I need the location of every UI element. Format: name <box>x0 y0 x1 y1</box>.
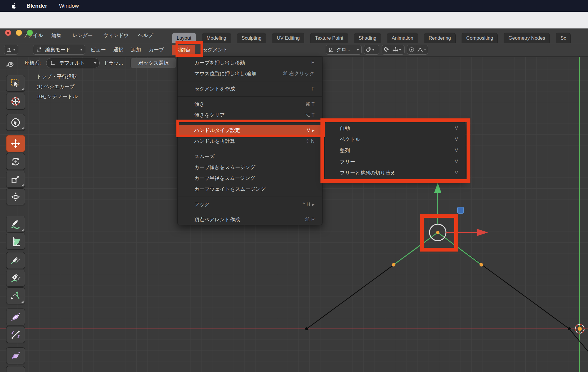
menu-separator <box>178 210 322 214</box>
mode-selector[interactable]: 編集モード <box>33 45 85 55</box>
orientation-default-dropdown[interactable]: デフォルト <box>46 58 100 68</box>
transform-icon <box>10 192 21 202</box>
tab-uv-editing[interactable]: UV Editing <box>272 33 304 43</box>
window-titlebar: Blender <box>0 12 588 29</box>
menu-item-smooth-weight[interactable]: カーブウェイトをスムージング <box>178 184 322 195</box>
submenu-item-automatic[interactable]: 自動 V <box>325 123 465 134</box>
menu-item-hooks[interactable]: フック ^ H ▶ <box>178 199 322 210</box>
edit-mode-icon <box>36 47 42 53</box>
snap-increment-icon <box>392 46 398 53</box>
menu-edit[interactable]: 編集 <box>51 28 61 43</box>
menu-item-tilt[interactable]: 傾き ⌘ T <box>178 99 322 110</box>
menu-item-set-handle-type[interactable]: ハンドルタイプ設定 V ▶ <box>179 125 321 136</box>
menu-help[interactable]: ヘルプ <box>138 28 153 43</box>
measure-icon <box>10 236 21 247</box>
menu-item-clear-tilt[interactable]: 傾きをクリア ⌥ T <box>178 110 322 120</box>
transform-orientation-dropdown[interactable]: グロ... <box>326 45 362 55</box>
gizmo-arrow-y-head <box>434 183 442 193</box>
submenu-item-vector[interactable]: ベクトル V <box>325 134 465 145</box>
tab-rendering[interactable]: Rendering <box>424 33 456 43</box>
menu-item-recalculate-handles[interactable]: ハンドルを再計算 ⇧ N <box>178 136 322 147</box>
annotate-tool[interactable] <box>6 216 25 232</box>
scale-tool[interactable] <box>6 171 25 187</box>
submenu-item-free[interactable]: フリー V <box>325 156 465 167</box>
chevron-down-icon <box>94 62 96 64</box>
menu-item-smooth-tilt[interactable]: カーブ傾きをスムージング <box>178 162 322 173</box>
transform-tool[interactable] <box>6 188 25 205</box>
editor-type-button[interactable] <box>4 45 18 55</box>
menu-control-points-open[interactable]: 制御点 <box>172 45 195 55</box>
macos-menu-window[interactable]: Window <box>59 3 79 9</box>
menu-item-make-vertex-parent[interactable]: 頂点ペアレント作成 ⌘ P <box>178 214 322 225</box>
pivot-point-dropdown[interactable] <box>364 45 379 55</box>
rotate-tool[interactable] <box>6 153 25 170</box>
menu-item-smooth-radius[interactable]: カーブ半径をスムージング <box>178 173 322 184</box>
tab-scripting-truncated[interactable]: Sc <box>556 33 571 43</box>
apple-logo-icon[interactable] <box>11 3 17 9</box>
header-menus: ビュー 選択 追加 カーブ 制御点 セグメント <box>91 43 228 56</box>
menu-item-extrude-to-cursor[interactable]: マウス位置に押し出し/追加 ⌘ 右クリック <box>178 68 322 79</box>
magnet-icon <box>383 46 390 53</box>
orientation-value: デフォルト <box>59 60 85 66</box>
orientation-value: グロ... <box>337 47 350 53</box>
menu-add[interactable]: 追加 <box>131 46 141 53</box>
chevron-down-icon <box>399 49 401 51</box>
menu-render[interactable]: レンダー <box>72 28 93 43</box>
macos-app-name[interactable]: Blender <box>26 3 47 9</box>
menu-view[interactable]: ビュー <box>91 46 106 53</box>
close-button[interactable] <box>5 30 11 36</box>
menu-separator <box>178 195 322 199</box>
submenu-item-aligned[interactable]: 整列 V <box>325 145 465 156</box>
control-point-left <box>305 327 308 330</box>
control-point-right <box>568 327 571 330</box>
snap-to-dropdown[interactable] <box>391 45 403 54</box>
menu-select[interactable]: 選択 <box>113 46 123 53</box>
tab-shading[interactable]: Shading <box>354 33 381 43</box>
proportional-edit-toggle[interactable] <box>407 45 416 54</box>
tilt-icon <box>10 329 21 340</box>
menu-item-make-segment[interactable]: セグメントを作成 F <box>178 83 322 94</box>
blender-topbar: ファイル 編集 レンダー ウィンドウ ヘルプ Layout Modeling S… <box>0 28 588 43</box>
snap-toggle[interactable] <box>382 45 391 54</box>
zoom-button[interactable] <box>27 30 33 36</box>
menu-window[interactable]: ウィンドウ <box>103 28 129 43</box>
menu-curve[interactable]: カーブ <box>149 46 164 53</box>
menu-separator <box>178 94 322 99</box>
menu-segments[interactable]: セグメント <box>203 46 228 53</box>
select-box-tool[interactable] <box>6 75 25 92</box>
menu-item-extrude-curve[interactable]: カーブを押し出し移動 E <box>178 57 322 68</box>
annotate-icon <box>10 219 21 229</box>
shear-tool[interactable] <box>6 347 25 364</box>
active-object-label: (1) ベジエカーブ <box>36 83 75 90</box>
menu-item-smooth[interactable]: スムーズ <box>178 151 322 162</box>
extrude-tool[interactable] <box>6 287 25 304</box>
tab-texture-paint[interactable]: Texture Paint <box>310 33 348 43</box>
measure-tool[interactable] <box>6 233 25 249</box>
submenu-item-toggle-free-aligned[interactable]: フリーと整列の切り替え V <box>325 167 465 178</box>
rotate-icon <box>10 156 21 167</box>
tab-geometry-nodes[interactable]: Geometry Nodes <box>504 33 550 43</box>
blender-logo-icon[interactable] <box>6 60 14 68</box>
submenu-arrow-icon: ▶ <box>312 202 315 207</box>
minimize-button[interactable] <box>16 30 22 36</box>
tab-layout[interactable]: Layout <box>172 33 196 43</box>
macos-menubar: Blender Window <box>0 0 588 12</box>
tab-animation[interactable]: Animation <box>387 33 418 43</box>
curve-pen-tool[interactable] <box>6 270 25 286</box>
tilt-tool[interactable] <box>6 326 25 343</box>
menu-file[interactable]: ファイル <box>23 28 43 43</box>
move-tool[interactable] <box>6 135 25 152</box>
falloff-dropdown[interactable] <box>416 45 427 54</box>
handle-right-point <box>480 263 483 267</box>
cursor-tool[interactable] <box>6 93 25 110</box>
tab-modeling[interactable]: Modeling <box>202 33 231 43</box>
select-circle-tool[interactable] <box>6 114 25 131</box>
select-mode-button[interactable]: ボックス選択 <box>131 58 176 68</box>
menu-separator <box>178 79 322 83</box>
draw-tool[interactable] <box>6 252 25 269</box>
select-box-icon <box>10 78 21 89</box>
tab-sculpting[interactable]: Sculpting <box>237 33 266 43</box>
radius-tool[interactable] <box>6 309 25 325</box>
randomize-tool[interactable] <box>6 366 25 372</box>
view-name-label: トップ・平行投影 <box>36 73 77 80</box>
